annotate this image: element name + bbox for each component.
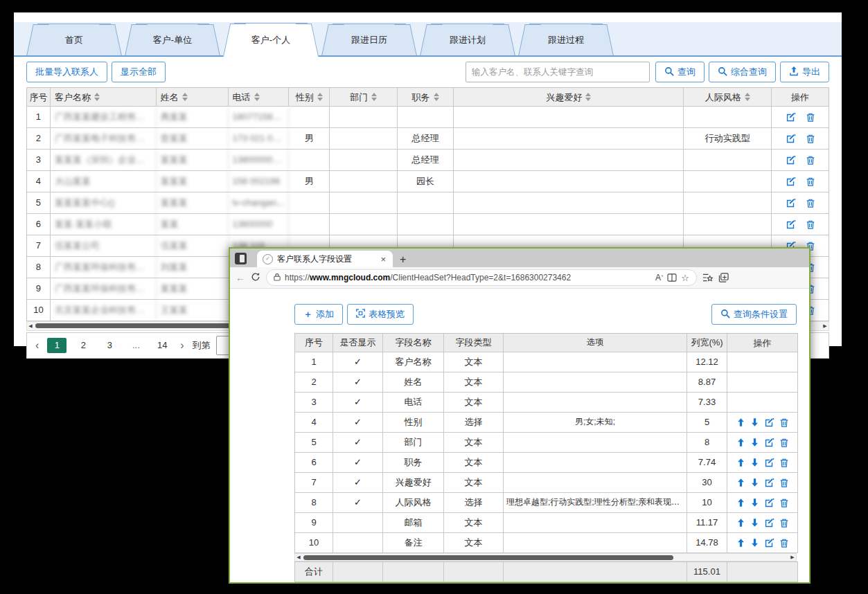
delete-icon[interactable] (806, 155, 815, 165)
sort-icon[interactable] (182, 93, 188, 101)
move-down-icon[interactable] (750, 417, 759, 427)
move-up-icon[interactable] (736, 478, 745, 487)
app-tab-跟进计划[interactable]: 跟进计划 (431, 24, 504, 55)
add-field-button[interactable]: ＋ 添加 (294, 304, 343, 325)
sort-icon[interactable] (317, 93, 323, 101)
table-preview-button[interactable]: 表格预览 (347, 304, 414, 325)
collections-icon[interactable] (718, 273, 729, 282)
edit-icon[interactable] (764, 538, 774, 548)
cell-column-width: 8.87 (687, 372, 727, 392)
move-up-icon[interactable] (736, 458, 745, 467)
pagination-page[interactable]: 1 (47, 338, 67, 353)
settings-table-header: 序号 是否显示 字段名称 字段类型 选项 列宽(%) 操作 (295, 334, 797, 352)
url-field[interactable]: https://www.mngcloud.com/ClientHeadSet?H… (266, 269, 697, 286)
pagination-page[interactable]: 3 (100, 338, 119, 353)
edit-icon[interactable] (786, 198, 796, 208)
edit-icon[interactable] (764, 417, 774, 428)
tab-actions-icon[interactable] (235, 253, 247, 264)
move-down-icon[interactable] (750, 478, 759, 487)
scroll-right-arrow[interactable]: ▶ (789, 554, 796, 561)
back-icon[interactable]: ← (236, 272, 245, 283)
close-tab-icon[interactable]: × (379, 254, 387, 264)
sort-icon[interactable] (371, 93, 377, 101)
refresh-icon[interactable] (251, 272, 260, 284)
column-header[interactable]: 客户名称 (51, 88, 157, 106)
query-settings-button[interactable]: 查询条件设置 (711, 304, 797, 325)
move-up-icon[interactable] (736, 518, 745, 528)
sort-icon[interactable] (745, 93, 750, 101)
app-tab-客户-个人[interactable]: 客户-个人 (234, 23, 308, 57)
advanced-query-button[interactable]: 综合查询 (709, 62, 776, 82)
cell-field-type: 文本 (444, 433, 504, 452)
edit-icon[interactable] (764, 478, 774, 488)
delete-icon[interactable] (779, 518, 789, 528)
search-input[interactable] (466, 62, 650, 82)
delete-icon[interactable] (806, 198, 815, 208)
new-tab-icon[interactable]: + (400, 253, 406, 266)
settings-table-row: 1 ✓ 客户名称 文本 12.12 (295, 352, 797, 372)
scroll-right-arrow[interactable]: ▶ (822, 323, 829, 330)
move-up-icon[interactable] (736, 438, 745, 447)
read-aloud-icon[interactable]: A⌝ (655, 273, 663, 282)
scroll-left-arrow[interactable]: ◀ (295, 554, 302, 561)
delete-icon[interactable] (806, 177, 815, 187)
edit-icon[interactable] (786, 177, 796, 187)
delete-icon[interactable] (806, 134, 815, 144)
settings-horizontal-scrollbar[interactable]: ◀ ▶ (294, 553, 797, 561)
sort-icon[interactable] (254, 93, 260, 101)
move-up-icon[interactable] (736, 538, 745, 548)
move-down-icon[interactable] (750, 518, 759, 528)
move-down-icon[interactable] (750, 498, 759, 507)
scrollbar-thumb[interactable] (303, 555, 673, 560)
delete-icon[interactable] (779, 438, 789, 448)
show-all-button[interactable]: 显示全部 (112, 62, 166, 82)
settings-table-row: 9 邮箱 文本 11.17 (295, 513, 797, 533)
batch-import-button[interactable]: 批量导入联系人 (26, 62, 107, 82)
delete-icon[interactable] (779, 458, 789, 468)
export-button[interactable]: 导出 (780, 62, 829, 82)
column-header[interactable]: 性别 (289, 88, 330, 106)
move-up-icon[interactable] (736, 417, 745, 427)
move-down-icon[interactable] (750, 438, 759, 447)
column-header[interactable]: 职务 (398, 88, 454, 106)
edit-icon[interactable] (764, 518, 774, 528)
delete-icon[interactable] (806, 219, 815, 230)
delete-icon[interactable] (779, 498, 789, 508)
edit-icon[interactable] (786, 134, 796, 144)
pagination-page[interactable]: 2 (73, 338, 93, 353)
scroll-left-arrow[interactable]: ◀ (27, 323, 34, 330)
edit-icon[interactable] (764, 438, 774, 448)
sort-icon[interactable] (94, 93, 100, 101)
app-tab-客户-单位[interactable]: 客户-单位 (136, 24, 209, 55)
next-page-chevron[interactable]: › (177, 339, 186, 352)
app-tab-跟进过程[interactable]: 跟进过程 (529, 24, 603, 55)
favorites-hub-icon[interactable] (702, 273, 713, 282)
query-button[interactable]: 查询 (655, 62, 705, 82)
app-tab-首页[interactable]: 首页 (37, 24, 111, 55)
column-header[interactable]: 电话 (229, 88, 290, 106)
edit-icon[interactable] (786, 155, 796, 165)
move-down-icon[interactable] (750, 458, 759, 467)
sort-icon[interactable] (585, 93, 591, 101)
column-header[interactable]: 兴趣爱好 (454, 88, 684, 106)
edit-icon[interactable] (764, 498, 774, 508)
browser-tab[interactable]: ✓ 客户联系人字段设置 × (257, 251, 393, 267)
move-up-icon[interactable] (736, 498, 745, 507)
sort-icon[interactable] (434, 93, 439, 101)
pagination-page[interactable]: 14 (152, 338, 172, 353)
edit-icon[interactable] (786, 112, 796, 123)
edit-icon[interactable] (786, 219, 796, 230)
edit-icon[interactable] (764, 458, 774, 468)
prev-page-chevron[interactable]: ‹ (33, 339, 42, 352)
app-tab-跟进日历[interactable]: 跟进日历 (333, 24, 406, 55)
delete-icon[interactable] (779, 417, 789, 428)
delete-icon[interactable] (806, 112, 815, 123)
split-screen-icon[interactable] (667, 273, 677, 282)
column-header[interactable]: 部门 (330, 88, 398, 106)
delete-icon[interactable] (779, 538, 789, 548)
column-header[interactable]: 姓名 (157, 88, 229, 106)
delete-icon[interactable] (779, 478, 789, 488)
favorite-star-icon[interactable]: ☆ (681, 273, 689, 283)
column-header[interactable]: 人际风格 (684, 88, 772, 106)
move-down-icon[interactable] (750, 538, 759, 548)
